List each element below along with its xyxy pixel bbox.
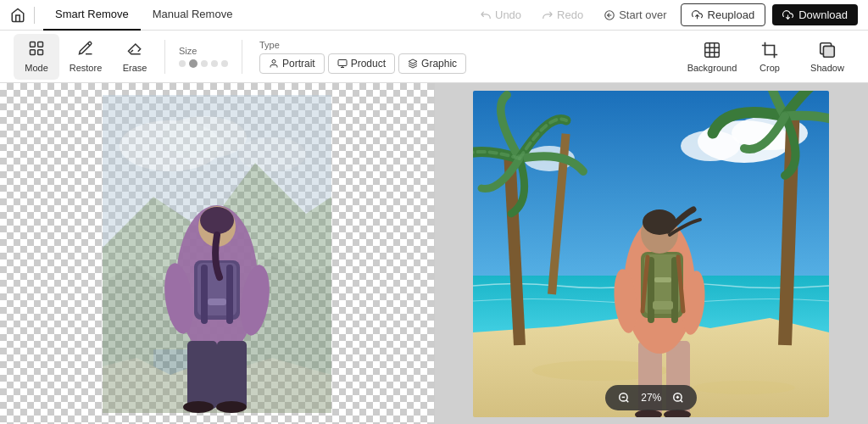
svg-rect-13	[705, 42, 720, 57]
background-icon	[703, 41, 721, 61]
product-icon	[337, 59, 348, 69]
zoom-controls: 27%	[605, 385, 697, 410]
svg-line-76	[681, 400, 683, 403]
svg-rect-39	[187, 341, 217, 409]
svg-point-41	[183, 401, 214, 413]
start-over-button[interactable]: Start over	[597, 5, 673, 25]
svg-marker-12	[409, 59, 417, 64]
portrait-icon	[269, 59, 279, 69]
toolbar-divider-2	[242, 40, 242, 74]
svg-rect-4	[31, 42, 36, 47]
reupload-button[interactable]: Reupload	[681, 3, 766, 26]
size-slider-group: Size	[172, 46, 235, 68]
zoom-out-icon	[618, 392, 630, 404]
crop-tool-button[interactable]: Crop	[743, 34, 797, 80]
redo-button[interactable]: Redo	[535, 5, 590, 25]
type-label: Type	[259, 40, 466, 50]
svg-rect-5	[38, 42, 43, 47]
svg-rect-40	[217, 341, 247, 409]
erase-icon	[126, 40, 143, 61]
portrait-type-button[interactable]: Portrait	[259, 53, 325, 74]
svg-rect-6	[31, 50, 36, 55]
svg-rect-35	[226, 265, 233, 324]
mode-tool-button[interactable]: Mode	[14, 34, 59, 80]
type-section: Type Portrait Product Graphic	[249, 40, 476, 74]
size-dot-5[interactable]	[221, 60, 228, 67]
background-tool-button[interactable]: Background	[685, 34, 739, 80]
left-canvas-panel[interactable]	[0, 83, 435, 424]
size-dot-4[interactable]	[211, 60, 218, 67]
product-type-button[interactable]: Product	[328, 53, 395, 74]
zoom-out-button[interactable]	[615, 389, 632, 406]
topbar-actions: Undo Redo Start over Reupload Download	[473, 3, 858, 26]
mode-icon	[28, 40, 45, 61]
svg-point-51	[693, 381, 795, 394]
graphic-type-button[interactable]: Graphic	[398, 53, 466, 74]
zoom-in-button[interactable]	[670, 389, 687, 406]
zoom-value: 27%	[637, 392, 665, 404]
svg-rect-68	[653, 301, 673, 310]
undo-button[interactable]: Undo	[473, 5, 528, 25]
right-canvas-panel[interactable]: 27%	[435, 83, 869, 424]
shadow-icon	[818, 41, 837, 61]
svg-point-22	[162, 116, 247, 159]
left-image	[103, 95, 331, 413]
svg-rect-15	[823, 46, 834, 57]
home-icon[interactable]	[10, 8, 25, 23]
svg-point-23	[238, 137, 306, 171]
nav-divider	[34, 7, 35, 24]
main-area: 27%	[0, 83, 868, 424]
type-buttons: Portrait Product Graphic	[259, 53, 466, 74]
shadow-tool-button[interactable]: Shadow	[800, 34, 854, 80]
erase-tool-button[interactable]: Erase	[112, 34, 158, 80]
right-image	[473, 91, 829, 417]
svg-rect-34	[201, 265, 208, 324]
svg-rect-9	[338, 59, 347, 65]
size-label: Size	[179, 46, 228, 56]
restore-tool-button[interactable]: Restore	[63, 34, 108, 80]
right-tools: Background Crop Shadow	[685, 34, 854, 80]
tab-manual-remove[interactable]: Manual Remove	[141, 0, 245, 31]
graphic-icon	[408, 59, 418, 69]
size-dot-3[interactable]	[201, 60, 208, 67]
svg-point-8	[272, 59, 275, 63]
svg-point-38	[200, 207, 234, 234]
crop-icon	[760, 41, 779, 61]
tab-smart-remove[interactable]: Smart Remove	[43, 0, 141, 31]
toolbar: Mode Restore Erase Size	[0, 31, 868, 83]
size-slider[interactable]	[179, 59, 228, 68]
zoom-in-icon	[672, 392, 684, 404]
size-dot-1[interactable]	[179, 60, 186, 67]
download-button[interactable]: Download	[772, 4, 858, 25]
svg-point-42	[216, 401, 247, 413]
size-dot-2[interactable]	[189, 59, 198, 68]
toolbar-divider-1	[164, 40, 165, 74]
topbar: Smart Remove Manual Remove Undo Redo Sta…	[0, 0, 868, 31]
tool-group-main: Mode Restore Erase	[14, 34, 158, 80]
svg-rect-36	[208, 298, 226, 305]
svg-line-73	[626, 400, 629, 403]
restore-icon	[77, 40, 94, 61]
svg-rect-69	[654, 277, 671, 282]
svg-rect-7	[38, 50, 43, 55]
